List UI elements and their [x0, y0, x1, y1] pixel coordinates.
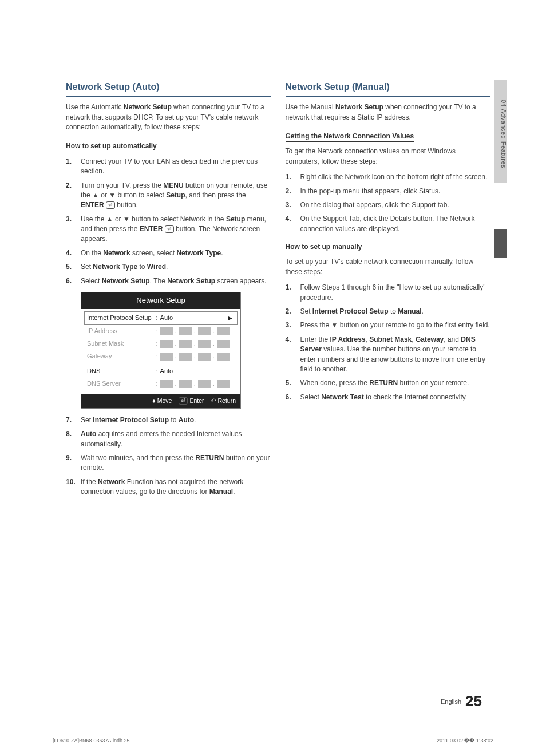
- left-column: Network Setup (Auto) Use the Automatic N…: [66, 80, 271, 501]
- subhead-manual: How to set up manually: [286, 242, 362, 252]
- text: Use the ▲ or ▼ button to select Network …: [81, 215, 226, 223]
- text: Enter the: [300, 335, 330, 343]
- text: to: [169, 416, 179, 424]
- return-icon: ↶: [211, 397, 216, 404]
- footer-file: [LD610-ZA]BN68-03637A.indb 25: [53, 738, 130, 743]
- page-content: Network Setup (Auto) Use the Automatic N…: [0, 0, 546, 756]
- ns-footer-label: Return: [217, 397, 236, 404]
- enter-icon: ⏎: [179, 397, 188, 405]
- ns-value: Auto: [160, 314, 173, 323]
- text: screen appears.: [215, 277, 266, 285]
- intro-manual: Use the Manual Network Setup when connec…: [286, 102, 490, 122]
- enter-icon: ⏎: [106, 201, 115, 209]
- text-bold: Network: [103, 249, 130, 257]
- steps-getting: Right click the Network icon on the bott…: [286, 172, 490, 234]
- text-bold: Manual: [209, 488, 233, 496]
- intro-auto: Use the Automatic Network Setup when con…: [66, 102, 271, 132]
- step: Set Network Type to Wired.: [66, 262, 271, 272]
- text: .: [194, 416, 196, 424]
- network-setup-screenshot: Network Setup Internet Protocol Setup : …: [81, 292, 241, 409]
- text-bold: Network Type: [176, 249, 221, 257]
- text: . The: [150, 277, 167, 285]
- text-bold: Manual: [398, 307, 421, 315]
- text: .: [233, 488, 235, 496]
- enter-icon: ⏎: [165, 225, 174, 233]
- step: Set Internet Protocol Setup to Auto.: [66, 415, 271, 425]
- text-bold: Network Setup: [124, 103, 172, 111]
- text: Turn on your TV, press the: [81, 181, 163, 189]
- text-bold: Network: [98, 478, 125, 486]
- text: , and: [444, 335, 461, 343]
- ns-label: DNS: [87, 367, 156, 376]
- ns-label: DNS Server: [87, 379, 156, 389]
- page-number: English 25: [441, 692, 482, 710]
- steps-auto: Connect your TV to your LAN as described…: [66, 157, 271, 286]
- text-bold: Auto: [81, 430, 96, 438]
- ns-row-ips: Internet Protocol Setup : Auto▶: [84, 311, 238, 325]
- text: When done, press the: [300, 379, 370, 387]
- updown-icon: ♦: [152, 397, 155, 404]
- step: Turn on your TV, press the MENU button o…: [66, 181, 271, 211]
- step: When done, press the RETURN button on yo…: [286, 378, 490, 388]
- text: screen, select: [130, 249, 177, 257]
- text: Set: [300, 307, 312, 315]
- text: Use the Automatic: [66, 103, 124, 111]
- ns-title: Network Setup: [81, 292, 240, 309]
- text-bold: Network Setup: [167, 277, 215, 285]
- text-bold: Network Setup: [102, 277, 150, 285]
- text: button on your remote.: [398, 379, 469, 387]
- lang-label: English: [441, 698, 461, 705]
- ns-label: Internet Protocol Setup: [87, 314, 156, 323]
- ns-row-dns-server: DNS Server : ...: [87, 378, 235, 390]
- step: Press the ▼ button on your remote to go …: [286, 320, 490, 330]
- text: Set: [81, 263, 93, 271]
- ns-footer: ♦Move ⏎Enter ↶Return: [81, 394, 240, 408]
- ns-footer-label: Move: [157, 397, 172, 404]
- text: values. Use the number buttons on your r…: [300, 345, 486, 373]
- step: Select Network Setup. The Network Setup …: [66, 276, 271, 286]
- step: If the Network Function has not acquired…: [66, 477, 271, 497]
- text-bold: Network Type: [93, 263, 137, 271]
- text: acquires and enters the needed Internet …: [81, 430, 242, 448]
- text: Use the Manual: [286, 103, 335, 111]
- text: to check the Internet connectivity.: [364, 393, 468, 401]
- text-bold: Setup: [226, 215, 245, 223]
- text-bold: Setup: [166, 191, 185, 199]
- para: To get the Network connection values on …: [286, 147, 490, 167]
- text: If the: [81, 478, 98, 486]
- ns-row-dns: DNS : Auto: [87, 365, 235, 378]
- ns-row-subnet: Subnet Mask : ...: [87, 338, 235, 350]
- para: To set up your TV's cable network connec…: [286, 257, 490, 277]
- subhead-auto: How to set up automatically: [66, 141, 157, 152]
- ns-label: Subnet Mask: [87, 339, 156, 349]
- text-bold: ENTER: [81, 201, 104, 209]
- ns-label: Gateway: [87, 352, 156, 361]
- ns-footer-label: Enter: [189, 397, 204, 404]
- text-bold: Network Test: [321, 393, 363, 401]
- text-bold: ENTER: [140, 225, 163, 233]
- step: Auto acquires and enters the needed Inte…: [66, 429, 271, 449]
- page-num: 25: [465, 692, 482, 710]
- ns-row-gateway: Gateway : ...: [87, 350, 235, 363]
- step: On the Network screen, select Network Ty…: [66, 248, 271, 258]
- text: Select: [300, 393, 322, 401]
- ns-value: Auto: [160, 367, 173, 376]
- text-bold: Internet Protocol Setup: [312, 307, 389, 315]
- text: .: [221, 249, 223, 257]
- heading-manual: Network Setup (Manual): [286, 80, 490, 97]
- text-bold: Gateway: [416, 335, 444, 343]
- text: .: [166, 263, 168, 271]
- step: Set Internet Protocol Setup to Manual.: [286, 307, 490, 316]
- text: .: [422, 307, 424, 315]
- step: Wait two minutes, and then press the RET…: [66, 453, 271, 473]
- text-bold: Network Setup: [335, 103, 383, 111]
- text-bold: MENU: [163, 181, 183, 189]
- step: In the pop-up menu that appears, click S…: [286, 187, 490, 196]
- text: to: [389, 307, 398, 315]
- text: to: [137, 263, 147, 271]
- text-bold: Wired: [147, 263, 166, 271]
- text: ,: [412, 335, 416, 343]
- step: Follow Steps 1 through 6 in the "How to …: [286, 283, 490, 303]
- step: On the dialog that appears, click the Su…: [286, 200, 490, 210]
- play-icon: ▶: [228, 314, 232, 323]
